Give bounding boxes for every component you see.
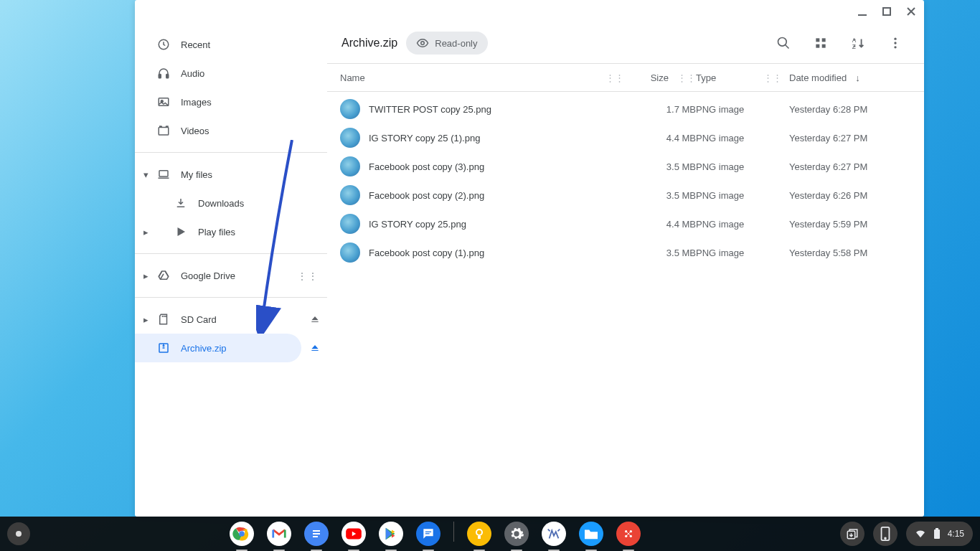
sidebar-label: Recent [181,39,210,50]
status-area[interactable]: 4:15 [840,522,973,546]
sidebar-label: Images [181,97,212,108]
file-row[interactable]: Facebook post copy (1).png 3.5 MB PNG im… [327,238,924,267]
file-type: PNG image [696,248,789,258]
file-thumbnail [340,99,360,119]
svg-point-40 [885,537,886,539]
file-name: IG STORY copy 25.png [369,219,466,230]
grip-icon[interactable]: ⋮⋮ [677,72,696,83]
tray-holding-icon[interactable] [840,522,864,546]
video-icon [156,124,171,137]
app-docs[interactable] [304,522,329,546]
eject-icon[interactable] [310,314,320,324]
sidebar-item-videos[interactable]: Videos [135,116,301,145]
svg-rect-33 [478,536,481,539]
headphones-icon [156,67,171,80]
chevron-down-icon: ▾ [141,169,151,180]
svg-rect-4 [166,75,169,78]
svg-rect-3 [159,75,161,78]
sort-button[interactable]: AZ [844,29,872,57]
file-thumbnail [340,128,360,148]
col-name[interactable]: Name⋮⋮ [340,72,631,83]
file-row[interactable]: Facebook post copy (2).png 3.5 MB PNG im… [327,181,924,209]
svg-rect-41 [934,529,940,539]
grip-icon[interactable]: ⋮⋮ [763,72,782,83]
arrow-down-icon: ↓ [855,72,860,83]
readonly-badge: Read-only [406,32,487,55]
file-row[interactable]: IG STORY copy 25 (1).png 4.4 MB PNG imag… [327,123,924,152]
app-keep[interactable] [467,522,491,546]
svg-rect-30 [425,533,430,534]
play-icon [174,225,188,238]
file-size: 4.4 MB [631,219,696,230]
app-utility[interactable] [616,522,641,546]
svg-point-10 [421,42,425,45]
sd-card-icon [156,313,171,326]
sidebar-item-play-files[interactable]: ▸ Play files [135,217,301,246]
file-date: Yesterday 6:26 PM [789,190,911,201]
sidebar-item-recent[interactable]: Recent [135,30,301,59]
main-panel: Archive.zip Read-only AZ Name⋮⋮ Size⋮⋮ T… [327,23,924,517]
file-date: Yesterday 6:27 PM [789,161,911,172]
grip-icon[interactable]: ⋮⋮ [606,72,624,83]
file-row[interactable]: IG STORY copy 25.png 4.4 MB PNG image Ye… [327,209,924,238]
close-button[interactable] [905,6,917,17]
svg-rect-31 [473,526,486,542]
col-type[interactable]: Type⋮⋮ [696,72,789,83]
app-gmail[interactable] [267,522,291,546]
readonly-label: Read-only [435,38,477,49]
maximize-button[interactable] [881,6,892,17]
app-chrome[interactable] [230,522,254,546]
app-settings[interactable] [504,522,529,546]
chevron-right-icon: ▸ [141,270,151,281]
svg-rect-15 [822,44,826,48]
sidebar-item-archive[interactable]: Archive.zip [135,334,301,362]
toolbar: Archive.zip Read-only AZ [327,23,924,63]
search-button[interactable] [769,29,798,57]
col-date[interactable]: Date modified↓ [789,72,911,83]
app-messages[interactable] [416,522,440,546]
svg-rect-14 [816,44,819,48]
file-type: PNG image [696,133,789,143]
file-row[interactable]: Facebook post copy (3).png 3.5 MB PNG im… [327,152,924,181]
svg-rect-7 [159,128,169,136]
file-type: PNG image [696,161,789,172]
app-sketch[interactable] [542,522,566,546]
app-play-store[interactable] [379,522,403,546]
svg-rect-12 [816,38,819,42]
column-headers: Name⋮⋮ Size⋮⋮ Type⋮⋮ Date modified↓ [327,63,924,92]
sidebar-item-images[interactable]: Images [135,88,301,116]
view-grid-button[interactable] [806,29,835,57]
window-titlebar [135,0,924,23]
page-title: Archive.zip [341,37,397,50]
sidebar-item-downloads[interactable]: Downloads [135,189,301,217]
drag-handle-icon[interactable]: ⋮⋮ [297,270,319,281]
svg-rect-42 [936,528,938,529]
app-files[interactable] [579,522,603,546]
tray-phone-icon[interactable] [873,522,897,546]
sidebar-item-my-files[interactable]: ▾ My files [135,160,301,189]
file-type: PNG image [696,190,789,201]
minimize-button[interactable] [857,6,868,17]
file-name: TWITTER POST copy 25.png [369,104,491,115]
svg-point-20 [894,46,896,48]
file-name: Facebook post copy (3).png [369,161,484,172]
svg-rect-29 [425,532,431,532]
laptop-icon [156,168,171,181]
status-tray[interactable]: 4:15 [906,522,973,546]
more-button[interactable] [881,29,910,57]
file-size: 4.4 MB [631,133,696,143]
svg-rect-0 [858,14,867,16]
file-thumbnail [340,185,360,205]
sidebar-item-google-drive[interactable]: ▸ Google Drive [135,261,301,290]
image-icon [156,95,171,108]
sidebar-item-sd-card[interactable]: ▸ SD Card [135,305,301,334]
eject-icon[interactable] [310,343,320,353]
col-size[interactable]: Size⋮⋮ [631,72,696,83]
app-youtube[interactable] [341,522,366,546]
file-row[interactable]: TWITTER POST copy 25.png 1.7 MB PNG imag… [327,95,924,123]
file-size: 3.5 MB [631,190,696,201]
file-thumbnail [340,156,360,176]
sidebar-item-audio[interactable]: Audio [135,59,301,88]
launcher-button[interactable] [7,522,30,545]
svg-rect-8 [159,171,168,176]
